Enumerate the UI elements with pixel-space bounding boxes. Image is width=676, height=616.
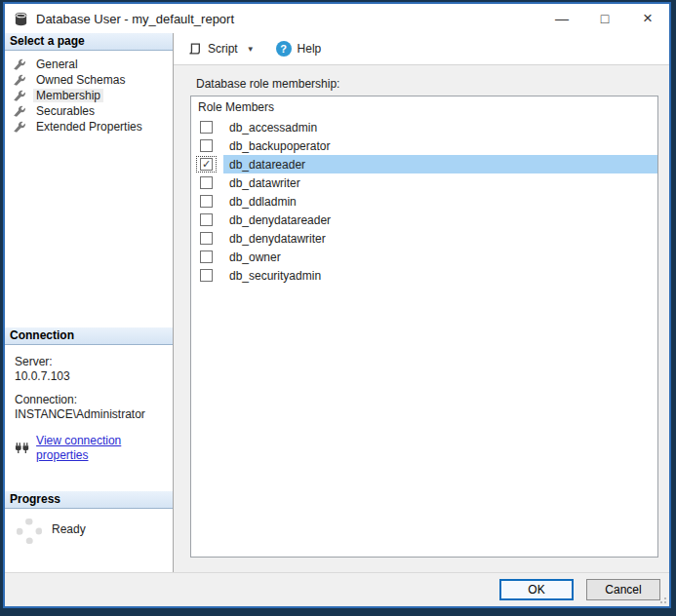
role-row-db-accessadmin[interactable]: db_accessadmin [191, 118, 657, 136]
checkbox-unchecked[interactable] [200, 195, 213, 208]
checkbox-unchecked[interactable] [200, 213, 213, 226]
footer-bar: OK Cancel [5, 572, 669, 606]
toolbar: Script ▼ ? Help [174, 33, 669, 65]
checkbox-unchecked[interactable] [200, 232, 213, 245]
role-name: db_owner [223, 248, 657, 266]
progress-status: Ready [52, 522, 86, 536]
checkbox-unchecked[interactable] [200, 121, 213, 134]
role-name: db_denydatawriter [223, 229, 657, 248]
role-row-db-owner[interactable]: db_owner [191, 248, 657, 266]
server-value: 10.0.7.103 [15, 369, 169, 384]
role-row-db-backupoperator[interactable]: db_backupoperator [191, 136, 657, 155]
script-label: Script [208, 42, 238, 56]
minimize-button[interactable]: — [540, 4, 583, 33]
sidebar-item-membership[interactable]: Membership [5, 88, 173, 103]
role-membership-label: Database role membership: [196, 77, 658, 91]
checkbox-cell [196, 267, 217, 284]
resize-grip[interactable] [664, 601, 666, 603]
script-button[interactable]: Script ▼ [183, 39, 258, 58]
dialog-window: Database User - my_default_report — □ × … [0, 0, 676, 616]
checkbox-unchecked[interactable] [200, 250, 213, 263]
help-button[interactable]: ? Help [272, 38, 326, 59]
wrench-icon [13, 89, 26, 102]
view-connection-properties-link[interactable]: View connection properties [36, 434, 169, 463]
checkbox-unchecked[interactable] [200, 176, 213, 189]
checkbox-cell [196, 230, 217, 247]
checkbox-cell [196, 119, 217, 135]
role-row-db-denydatawriter[interactable]: db_denydatawriter [191, 229, 657, 248]
sidebar-item-securables[interactable]: Securables [5, 103, 173, 119]
checkbox-unchecked[interactable] [200, 269, 213, 282]
role-members-list: Role Members db_accessadmin db_backupope… [190, 96, 658, 558]
window-title: Database User - my_default_report [36, 12, 234, 26]
main-panel: Script ▼ ? Help Database role membership… [174, 33, 669, 572]
script-dropdown-icon[interactable]: ▼ [247, 45, 255, 54]
maximize-button[interactable]: □ [583, 4, 626, 33]
role-row-db-securityadmin[interactable]: db_securityadmin [191, 266, 657, 285]
role-name: db_denydatareader [223, 211, 657, 229]
sidebar-item-extended-properties[interactable]: Extended Properties [5, 119, 173, 135]
membership-content: Database role membership: Role Members d… [174, 65, 669, 572]
role-name: db_securityadmin [223, 266, 657, 285]
script-icon [187, 42, 202, 56]
database-icon [14, 12, 28, 26]
role-row-db-datareader[interactable]: ✓ db_datareader [191, 155, 657, 173]
list-column-header: Role Members [191, 96, 657, 118]
help-label: Help [298, 42, 322, 56]
role-row-db-datawriter[interactable]: db_datawriter [191, 173, 657, 192]
role-name: db_accessadmin [223, 118, 657, 136]
help-icon: ? [276, 41, 292, 57]
page-list: General Owned Schemas Membership Securab… [5, 51, 173, 327]
sidebar-item-label: General [33, 58, 81, 71]
connection-header: Connection [5, 327, 173, 345]
connection-panel: Server: 10.0.7.103 Connection: INSTANCE\… [5, 345, 173, 491]
wrench-icon [13, 73, 26, 87]
sidebar-item-label: Extended Properties [33, 120, 145, 134]
title-bar[interactable]: Database User - my_default_report — □ × [5, 4, 669, 33]
sidebar-item-owned-schemas[interactable]: Owned Schemas [5, 72, 173, 88]
cancel-button[interactable]: Cancel [586, 579, 660, 600]
connection-value: INSTANCE\Administrator [15, 407, 169, 422]
wrench-icon [13, 104, 26, 118]
role-name: db_datawriter [223, 173, 657, 192]
role-row-db-denydatareader[interactable]: db_denydatareader [191, 211, 657, 229]
server-label: Server: [15, 355, 169, 369]
checkbox-unchecked[interactable] [200, 139, 213, 152]
wrench-icon [13, 120, 26, 134]
progress-header: Progress [5, 491, 173, 509]
sidebar-item-label: Securables [33, 104, 98, 118]
checkbox-cell [196, 137, 217, 154]
connection-label: Connection: [15, 393, 169, 407]
checkbox-cell [196, 249, 217, 265]
close-button[interactable]: × [626, 4, 669, 33]
connection-properties-icon [15, 442, 29, 455]
role-name: db_backupoperator [223, 136, 657, 155]
wrench-icon [13, 58, 26, 71]
sidebar-item-label: Owned Schemas [33, 73, 128, 87]
checkbox-cell [196, 174, 217, 191]
role-name: db_ddladmin [223, 192, 657, 211]
checkbox-checked[interactable]: ✓ [200, 158, 213, 171]
sidebar-item-label: Membership [33, 89, 103, 102]
checkbox-cell: ✓ [196, 156, 217, 173]
progress-panel: Ready [5, 509, 173, 572]
checkbox-cell [196, 212, 217, 228]
select-a-page-header: Select a page [5, 33, 173, 51]
ok-button[interactable]: OK [499, 579, 574, 600]
progress-spinner-icon [17, 519, 42, 544]
checkbox-cell [196, 193, 217, 210]
role-name: db_datareader [223, 155, 657, 173]
sidebar-item-general[interactable]: General [5, 57, 173, 72]
sidebar: Select a page General Owned Schemas Memb… [5, 33, 174, 572]
role-row-db-ddladmin[interactable]: db_ddladmin [191, 192, 657, 211]
